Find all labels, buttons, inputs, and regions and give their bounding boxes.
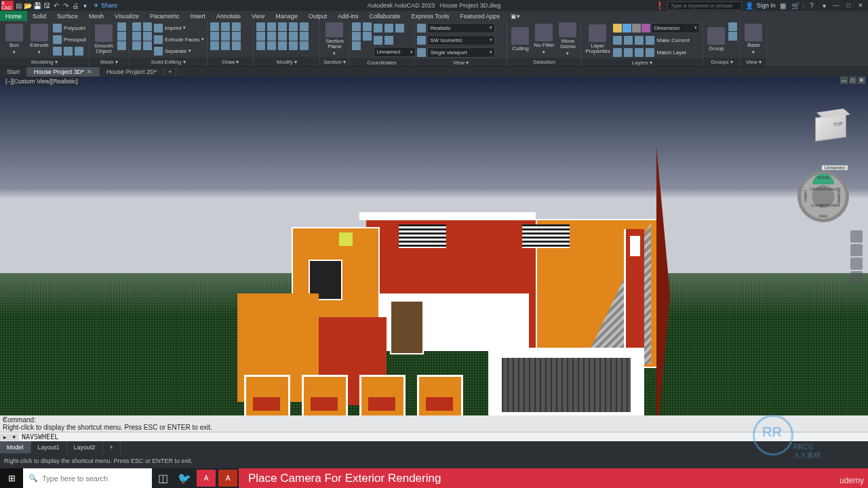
sweep-icon[interactable] [75, 47, 83, 56]
panel-title-draw[interactable]: Draw ▾ [208, 57, 253, 66]
layer-properties-button[interactable]: Layer Properties [584, 22, 611, 56]
mesh-ico-3[interactable] [117, 41, 126, 50]
ucs-v-icon[interactable] [384, 36, 393, 45]
visualstyle-icon[interactable] [417, 24, 426, 33]
tab-collaborate[interactable]: Collaborate [363, 11, 406, 21]
nav-orbit-icon[interactable] [850, 258, 863, 270]
ucs-icon-5[interactable] [363, 32, 372, 41]
group-edit-icon[interactable] [728, 32, 737, 41]
tab-output[interactable]: Output [303, 11, 332, 21]
trim-icon[interactable] [278, 22, 287, 31]
pline-icon[interactable] [232, 22, 241, 31]
stretch-icon[interactable] [256, 41, 265, 50]
layout-tab-2[interactable]: Layout2 [67, 441, 103, 453]
ucs-z-icon[interactable] [395, 24, 404, 33]
mod-ico-a[interactable] [300, 32, 309, 41]
mod-ico-b[interactable] [300, 41, 309, 50]
command-history[interactable]: ✕ Command: Right-click to display the sh… [0, 415, 868, 432]
mirror-icon[interactable] [267, 32, 276, 41]
shell-icon[interactable] [143, 41, 152, 50]
union-icon[interactable] [132, 22, 141, 31]
taskbar-autocad-icon[interactable]: A [197, 470, 216, 487]
layer-lock-icon[interactable] [632, 24, 641, 33]
visual-style-dropdown[interactable]: Realistic▾ [427, 23, 495, 33]
navwheel-center[interactable]: CENTER [810, 187, 827, 191]
ungroup-icon[interactable] [728, 22, 737, 31]
panel-title-view-right[interactable]: View ▾ [741, 58, 766, 66]
mesh-ico-2[interactable] [117, 32, 126, 41]
taskbar-app-bird-icon[interactable]: 🐦 [174, 468, 195, 488]
loft-icon[interactable] [64, 47, 73, 56]
copy-icon[interactable] [256, 32, 265, 41]
polysolid-button[interactable]: Polysolid [53, 22, 86, 33]
offset-icon[interactable] [289, 41, 298, 50]
navwheel-zoom[interactable]: ZOOM [817, 176, 829, 180]
panel-title-layers[interactable]: Layers ▾ [581, 59, 703, 66]
layout-tab-model[interactable]: Model [0, 441, 31, 453]
ucs-icon-4[interactable] [363, 22, 372, 31]
window-close-button[interactable]: ✕ [856, 1, 865, 10]
tab-mesh[interactable]: Mesh [83, 11, 109, 21]
separate-button[interactable]: Separate▾ [154, 45, 205, 56]
file-tab-start[interactable]: Start [0, 67, 27, 77]
box-button[interactable]: Box▾ [3, 22, 26, 56]
file-tab-add[interactable]: + [164, 67, 176, 77]
nofilter-button[interactable]: No Filter▾ [532, 22, 555, 56]
erase-icon[interactable] [289, 22, 298, 31]
ucs-icon-1[interactable] [352, 22, 361, 31]
extrude-faces-button[interactable]: Extrude Faces▾ [154, 34, 205, 45]
tab-annotate[interactable]: Annotate [211, 11, 246, 21]
cmd-chevron-icon[interactable]: ▸ [0, 434, 9, 441]
extrude-button[interactable]: Extrude▾ [28, 22, 51, 56]
viewport-close-button[interactable]: ✕ [858, 77, 865, 84]
layer-on-icon[interactable] [613, 24, 622, 33]
qat-redo-icon[interactable]: ↷ [61, 1, 71, 10]
help-arrow-icon[interactable]: ▾ [819, 1, 829, 10]
tab-solid[interactable]: Solid [27, 11, 52, 21]
viewport-minimize-button[interactable]: — [840, 77, 848, 84]
circle-drw-icon[interactable] [221, 32, 230, 41]
presspull-button[interactable]: Presspull [53, 34, 86, 45]
layer-color-icon[interactable] [642, 24, 650, 33]
file-tab-2[interactable]: House Project 2D* [100, 67, 164, 77]
tab-addins[interactable]: Add-ins [332, 11, 364, 21]
viewport-label[interactable]: [–][Custom View][Realistic] [3, 77, 81, 86]
ucs-name-dropdown[interactable]: Unnamed▾ [374, 47, 416, 57]
spline-icon[interactable] [221, 41, 230, 50]
smooth-object-button[interactable]: Smooth Object [92, 22, 115, 56]
tab-insert[interactable]: Insert [184, 11, 211, 21]
qat-new-icon[interactable]: ▤ [14, 1, 23, 10]
taskbar-pdf-icon[interactable]: A [218, 470, 237, 487]
iso-icon[interactable] [417, 36, 426, 45]
viewcube[interactable]: TOP [815, 115, 849, 149]
tab-home[interactable]: Home [0, 11, 27, 21]
thicken-icon[interactable] [143, 32, 152, 41]
base-button[interactable]: Base▾ [743, 22, 764, 56]
panel-title-selection[interactable]: Selection [507, 58, 580, 66]
nav-showmotion-icon[interactable] [850, 271, 863, 283]
tab-parametric[interactable]: Parametric [144, 11, 185, 21]
qat-saveas-icon[interactable]: 🖫 [42, 1, 52, 10]
panel-title-view[interactable]: View ▾ [414, 59, 507, 66]
tab-surface[interactable]: Surface [52, 11, 83, 21]
panel-title-coordinates[interactable]: Coordinates [349, 58, 414, 66]
window-minimize-button[interactable]: — [831, 1, 841, 10]
rotate-icon[interactable] [267, 22, 276, 31]
move-icon[interactable] [256, 22, 265, 31]
command-input[interactable]: NAVSWHEEL [19, 433, 868, 441]
view-iso-dropdown[interactable]: SW Isometric▾ [427, 35, 495, 45]
layon-icon[interactable] [613, 48, 622, 57]
cmd-close-icon[interactable]: ✕ [2, 416, 7, 423]
match-layer-button[interactable]: Match Layer [613, 47, 700, 58]
ucs-icon-2[interactable] [352, 32, 361, 41]
cart-icon[interactable]: 🛒 [791, 1, 800, 10]
intersect-icon[interactable] [132, 41, 141, 50]
app-icon[interactable]: A CAD [1, 1, 14, 10]
layer-dropdown[interactable]: Dimension▾ [651, 23, 700, 33]
tab-featured[interactable]: Featured Apps [454, 11, 505, 21]
panel-title-groups[interactable]: Groups ▾ [703, 58, 740, 66]
panel-title-modify[interactable]: Modify ▾ [254, 57, 319, 66]
tab-manage[interactable]: Manage [270, 11, 303, 21]
fillet-icon[interactable] [278, 32, 287, 41]
region-icon[interactable] [232, 41, 241, 50]
